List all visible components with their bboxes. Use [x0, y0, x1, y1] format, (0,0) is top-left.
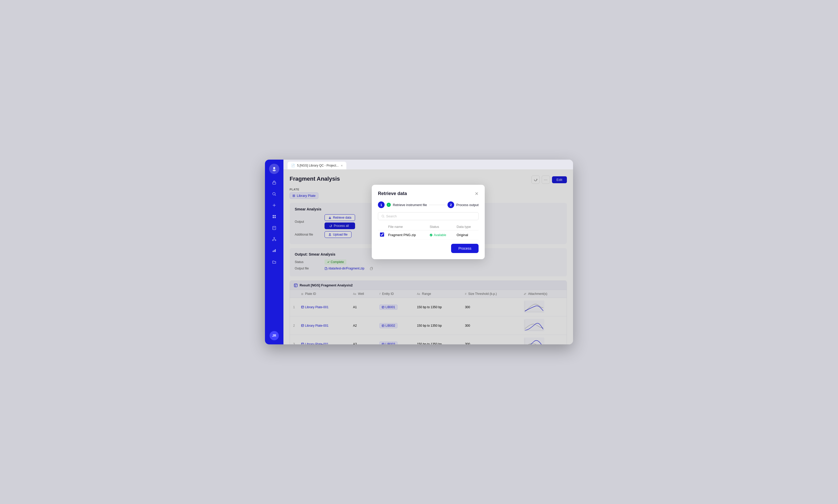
- svg-rect-7: [274, 217, 276, 218]
- col-file-name: File name: [386, 223, 427, 231]
- step-1: 1 ✓ Retrieve instrument file: [378, 201, 427, 208]
- step-2: 2 Process output: [447, 201, 479, 208]
- steps-row: 1 ✓ Retrieve instrument file 2 Process o…: [378, 201, 479, 208]
- svg-point-10: [272, 240, 273, 241]
- step-1-number: 1: [378, 201, 385, 208]
- tab-label: 5.[NGS] Library QC - Project...: [297, 164, 339, 167]
- file-checkbox-cell: [378, 231, 386, 240]
- tab-bar: 📄 5.[NGS] Library QC - Project... ✕: [283, 160, 573, 169]
- cell-data-type: Original: [454, 231, 479, 240]
- cell-file-name: Fragment PNG.zip: [386, 231, 427, 240]
- sidebar-item-briefcase[interactable]: [270, 178, 279, 187]
- file-status-available: Available: [429, 233, 452, 237]
- user-avatar[interactable]: JR: [270, 331, 279, 340]
- modal-footer: Process: [378, 244, 479, 253]
- svg-rect-12: [273, 251, 273, 252]
- col-status: Status: [427, 223, 454, 231]
- modal-search-container: [378, 212, 479, 220]
- file-table: File name Status Data type Fragment PNG.…: [378, 223, 479, 240]
- modal-search-icon: [381, 215, 385, 218]
- main-content: 📄 5.[NGS] Library QC - Project... ✕ Frag…: [283, 160, 573, 344]
- modal-header: Retrieve data ✕: [378, 191, 479, 196]
- step-2-number: 2: [447, 201, 454, 208]
- step-1-check: ✓: [387, 203, 391, 207]
- file-checkbox[interactable]: [380, 233, 384, 237]
- content-area: Fragment Analysis ··· Edit Plate ⊞ Libra…: [283, 169, 573, 344]
- col-data-type: Data type: [454, 223, 479, 231]
- step-1-label: Retrieve instrument file: [393, 203, 427, 207]
- logo-icon: [271, 166, 277, 172]
- modal-overlay[interactable]: Retrieve data ✕ 1 ✓ Retrieve instrument …: [283, 169, 573, 344]
- svg-point-9: [274, 237, 275, 238]
- modal-close-button[interactable]: ✕: [475, 192, 479, 196]
- sidebar: JR: [265, 160, 283, 344]
- svg-rect-14: [275, 249, 276, 252]
- modal-title: Retrieve data: [378, 191, 407, 196]
- modal-search-input[interactable]: [386, 214, 475, 218]
- sidebar-logo: [269, 164, 279, 174]
- cell-status: Available: [427, 231, 454, 240]
- sidebar-item-grid[interactable]: [270, 212, 279, 221]
- available-check-icon: [429, 234, 433, 237]
- sidebar-item-folder[interactable]: [270, 257, 279, 266]
- sidebar-item-search[interactable]: [270, 190, 279, 199]
- col-checkbox: [378, 223, 386, 231]
- svg-rect-2: [273, 182, 276, 184]
- file-status-label: Available: [434, 233, 446, 237]
- sidebar-item-flow[interactable]: [270, 235, 279, 244]
- sidebar-item-plus[interactable]: [270, 201, 279, 210]
- svg-point-11: [275, 240, 276, 241]
- svg-point-0: [273, 167, 275, 169]
- sidebar-item-chart[interactable]: [270, 246, 279, 255]
- svg-rect-5: [274, 215, 276, 216]
- tab-close-button[interactable]: ✕: [341, 164, 343, 167]
- step-2-label: Process output: [456, 203, 479, 207]
- sidebar-item-book[interactable]: [270, 223, 279, 233]
- svg-rect-6: [273, 217, 274, 218]
- modal-process-button[interactable]: Process: [451, 244, 479, 253]
- tab-doc-icon: 📄: [291, 164, 295, 167]
- tab-ngs-library-qc[interactable]: 📄 5.[NGS] Library QC - Project... ✕: [288, 162, 346, 169]
- svg-point-1: [273, 169, 276, 172]
- file-row: Fragment PNG.zip Available Original: [378, 231, 479, 240]
- svg-rect-13: [274, 250, 275, 252]
- retrieve-data-modal: Retrieve data ✕ 1 ✓ Retrieve instrument …: [372, 185, 485, 259]
- step-divider: [429, 205, 445, 205]
- svg-rect-4: [273, 215, 274, 216]
